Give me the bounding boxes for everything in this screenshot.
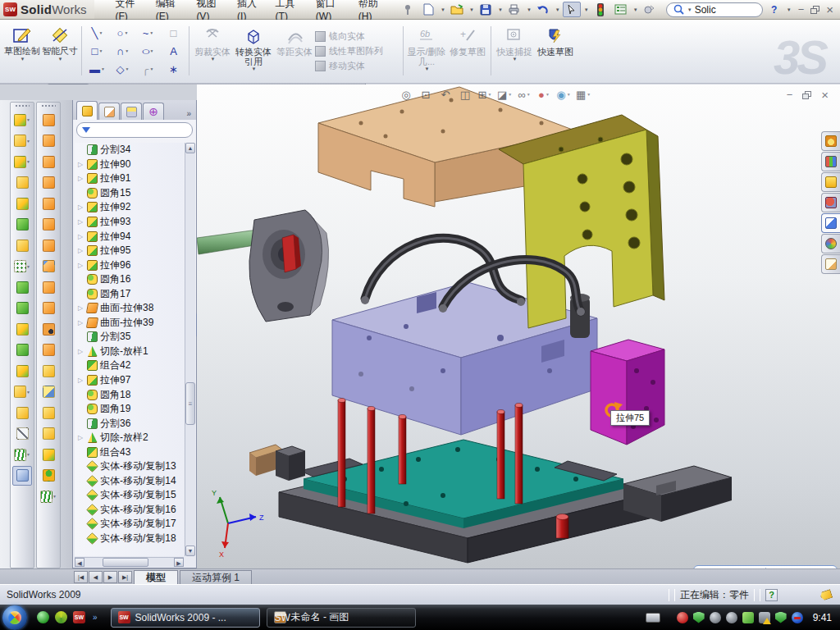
hscroll-thumb[interactable] [103,558,148,567]
extruded-cut-icon[interactable]: ▼ [12,131,32,151]
tree-item[interactable]: ▷ 圆角16 [75,272,184,287]
defender-icon[interactable] [775,612,787,623]
document-tab[interactable]: 运动算例 1 [180,570,252,584]
doc-minimize-button[interactable]: − [787,89,793,101]
tree-item[interactable]: ▷ 拉伸94 [75,229,184,244]
convert-entities-button[interactable]: 转换实体引用▼ [233,23,274,79]
expand-arrow-icon[interactable]: ▷ [78,247,84,254]
point-icon[interactable]: ∗▼ [161,60,186,78]
apply-scene-icon[interactable]: ◉▼ [556,87,571,102]
prev-tab-button[interactable]: ◀ [89,571,103,583]
pin-icon[interactable] [399,2,417,17]
extruded-surface-icon[interactable]: ▼ [39,152,58,171]
toolbar-grip[interactable] [15,104,30,107]
surface-fillet-icon[interactable]: ▼ [39,445,58,464]
tree-item[interactable]: ▷ 组合42 [75,358,184,373]
tag-icon[interactable] [819,589,833,601]
next-tab-button[interactable]: ▶ [103,571,117,583]
options-list-icon[interactable] [612,2,630,17]
fillet-icon[interactable]: ▼ [12,152,32,171]
instant3d-icon[interactable]: ▼ [12,466,32,486]
offset-entities-button[interactable]: 等距实体 [274,23,315,79]
delete-body-icon[interactable]: ▼ [12,382,32,402]
rapid-sketch-button[interactable]: 快速草图 [535,23,576,79]
last-tab-button[interactable]: ▶| [118,571,132,583]
combine-icon[interactable]: ▼ [12,277,32,297]
doc-close-button[interactable]: × [821,88,829,102]
tree-item[interactable]: ▷ 圆角17 [75,286,184,301]
curve-icon[interactable]: ▼ [12,445,32,464]
tree-item[interactable]: ▷ 曲面-拉伸38 [75,301,184,316]
expand-arrow-icon[interactable]: ▷ [78,262,84,269]
small-red-cylinder[interactable] [556,514,568,539]
planar-surface-icon[interactable]: ▼ [39,235,58,255]
offset-surface-icon[interactable]: ▼ [39,257,58,276]
tree-item[interactable]: ▷ 拉伸91 [75,171,184,186]
doc-restore-button[interactable] [802,91,811,99]
tree-item[interactable]: ▷ 实体-移动/复制17 [75,517,184,532]
tree-item[interactable]: ▷ 实体-移动/复制14 [75,474,184,489]
tree-item[interactable]: ▷ 拉伸93 [75,215,184,230]
reference-plane-icon[interactable]: ▼ [12,403,32,422]
menu-item[interactable]: 文件(F) [106,0,146,19]
curve-icon[interactable]: ▼ [39,486,58,506]
solidworks-resources-tab[interactable] [821,193,840,212]
move-copy-body-icon[interactable]: ▼ [12,361,32,381]
shell-icon[interactable]: ▼ [12,235,32,255]
right-rail[interactable] [623,466,732,522]
delete-face-icon[interactable]: ▼ [39,319,58,339]
expand-arrow-icon[interactable]: ▷ [78,233,84,240]
scroll-down-button[interactable]: ▼ [185,546,195,556]
spline-icon[interactable]: ~▼ [135,24,161,42]
quick-snaps-button[interactable]: 快速捕捉▼ [494,23,535,79]
swept-surface-icon[interactable]: ▼ [39,110,58,130]
reference-axis-icon[interactable]: ▼ [12,424,32,444]
first-tab-button[interactable]: |◀ [74,571,88,583]
knit-surface-icon[interactable]: ▼ [39,361,58,381]
swept-boss-icon[interactable]: ▼ [12,173,32,193]
untrim-surface-icon[interactable]: ▼ [39,403,58,422]
network-warning-icon[interactable] [759,612,770,623]
design-library-tab[interactable] [821,152,840,171]
configurationmanager-tab[interactable] [121,103,142,120]
revolved-surface-icon[interactable]: ▼ [39,131,58,151]
menu-item[interactable]: 视图(V) [187,0,228,19]
traffic-light-icon[interactable] [591,2,609,17]
sync-blocked-icon[interactable] [792,612,803,623]
expand-arrow-icon[interactable]: ▷ [78,161,84,168]
expand-arrow-icon[interactable]: ▷ [78,175,84,182]
tree-item[interactable]: ▷ 实体-移动/复制13 [75,459,184,474]
cut-with-surface-icon[interactable]: ▼ [12,215,32,235]
tree-item[interactable]: ▷ 圆角19 [75,402,184,417]
boundary-surface-icon[interactable]: ▼ [39,173,58,193]
panel-chevron[interactable]: » [186,109,194,120]
new-document-icon[interactable] [419,2,437,17]
hide-show-items-icon[interactable]: ∞▼ [517,87,532,102]
tree-item[interactable]: ▷ 实体-移动/复制15 [75,488,184,503]
view-orientation-icon[interactable]: ⊞▼ [477,87,492,102]
magenta-insert-block[interactable] [591,340,664,445]
file-explorer-tab[interactable] [821,172,840,192]
propertymanager-tab[interactable] [98,103,120,120]
tree-item[interactable]: ▷ 分割35 [75,330,184,345]
scroll-right-button[interactable]: ▶ [174,558,184,567]
dome-icon[interactable]: ▼ [39,466,58,486]
scroll-left-button[interactable]: ◀ [75,558,84,567]
keyboard-layout-icon[interactable] [646,613,660,623]
expand-arrow-icon[interactable]: ▷ [78,218,84,226]
scroll-up-button[interactable]: ▲ [185,143,195,153]
start-button[interactable] [2,605,27,630]
tree-item[interactable]: ▷ 分割36 [75,416,184,431]
tree-item[interactable]: ▷ 切除-放样2 [75,431,184,445]
expand-arrow-icon[interactable]: ▷ [78,377,84,384]
sketch-tool-row[interactable]: 镜向实体▼ [315,30,400,43]
selection-box-icon[interactable]: □▼ [161,24,186,42]
tree-item[interactable]: ▷ 拉伸97 [75,373,184,388]
dimxpertmanager-tab[interactable]: ⊕ [143,103,164,120]
extend-surface-icon[interactable]: ▼ [39,299,58,318]
appearance-small-icon[interactable] [641,2,659,17]
appearances-tab[interactable] [821,234,840,253]
tree-item[interactable]: ▷ 圆角15 [75,186,184,201]
sketch-fillet-icon[interactable]: ╭▼ [135,60,161,78]
trim-surface-icon[interactable]: ▼ [39,382,58,402]
